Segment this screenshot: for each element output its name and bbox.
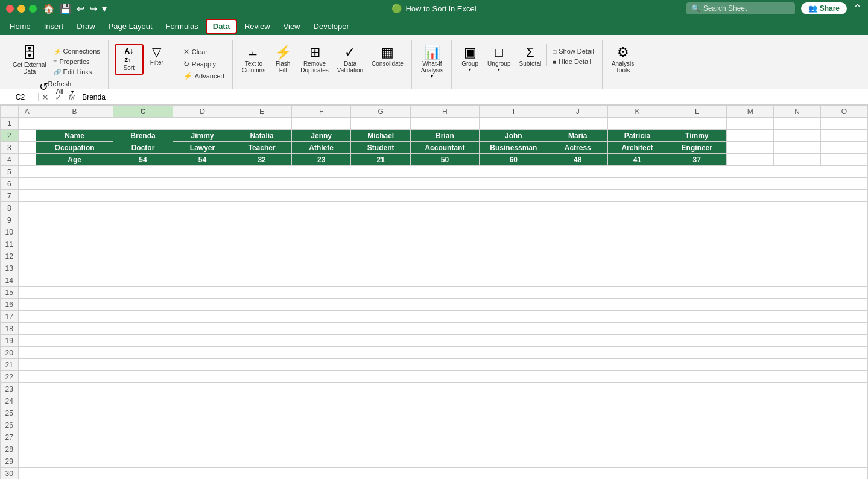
cell-e4[interactable]: 32 [232,154,292,166]
cell-f1[interactable] [291,118,350,130]
cell-i2[interactable]: John [479,130,548,142]
row-header-28[interactable]: 28 [1,443,19,455]
cell-a3[interactable] [18,142,36,154]
row-header-18[interactable]: 18 [1,323,19,335]
row-header-8[interactable]: 8 [1,202,19,214]
hide-detail-button[interactable]: ■ Hide Detail [550,57,597,66]
cell-l2[interactable]: Timmy [667,130,727,142]
cell-i3[interactable]: Businessman [479,142,548,154]
formula-cancel-button[interactable]: ✕ [39,92,52,102]
cell-h3[interactable]: Accountant [410,142,479,154]
col-header-c[interactable]: C [113,106,173,118]
menu-review[interactable]: Review [238,20,276,33]
col-header-o[interactable]: O [820,106,867,118]
cell-m4[interactable] [727,154,774,166]
row-header-13[interactable]: 13 [1,262,19,274]
cell-a4[interactable] [18,154,36,166]
cell-g3[interactable]: Student [351,142,411,154]
maximize-btn[interactable] [29,5,37,13]
cell-o1[interactable] [820,118,867,130]
cell-d3[interactable]: Lawyer [173,142,232,154]
redo-icon[interactable]: ↪ [88,2,98,16]
search-bar[interactable]: 🔍 Search Sheet [686,2,795,14]
cell-e1[interactable] [232,118,292,130]
minimize-btn[interactable] [17,5,25,13]
home-icon[interactable]: 🏠 [42,2,56,16]
row-header-7[interactable]: 7 [1,190,19,202]
cell-a2[interactable] [18,130,36,142]
row-header-4[interactable]: 4 [1,154,19,166]
col-header-j[interactable]: J [548,106,607,118]
row-header-20[interactable]: 20 [1,347,19,359]
cell-k1[interactable] [607,118,667,130]
col-header-b[interactable]: B [36,106,113,118]
cell-o4[interactable] [820,154,867,166]
row-header-15[interactable]: 15 [1,287,19,299]
cell-l4[interactable]: 37 [667,154,727,166]
cell-m3[interactable] [727,142,774,154]
cell-n2[interactable] [774,130,821,142]
cell-j4[interactable]: 48 [548,154,607,166]
filter-button[interactable]: ▽ Filter [145,44,169,68]
properties-button[interactable]: ≡ Properties [51,57,103,66]
sort-button[interactable]: A↓Z↑ Sort [117,46,141,72]
cell-i1[interactable] [479,118,548,130]
row-header-22[interactable]: 22 [1,371,19,383]
remove-duplicates-button[interactable]: ⊞ RemoveDuplicates [297,44,332,75]
cell-reference-box[interactable] [2,93,39,101]
analysis-tools-button[interactable]: ⚙ AnalysisTools [609,44,637,75]
cell-n4[interactable] [774,154,821,166]
col-header-m[interactable]: M [727,106,774,118]
menu-data[interactable]: Data [206,19,237,34]
row-header-10[interactable]: 10 [1,226,19,238]
cell-h1[interactable] [410,118,479,130]
cell-n1[interactable] [774,118,821,130]
cell-e2[interactable]: Natalia [232,130,292,142]
row-header-11[interactable]: 11 [1,238,19,250]
col-header-i[interactable]: I [479,106,548,118]
flash-fill-button[interactable]: ⚡ FlashFill [271,44,295,75]
cell-h2[interactable]: Brian [410,130,479,142]
row-header-29[interactable]: 29 [1,455,19,468]
cell-a1[interactable] [18,118,36,130]
cell-g4[interactable]: 21 [351,154,411,166]
cell-o2[interactable] [820,130,867,142]
subtotal-button[interactable]: Σ Subtotal [516,44,544,69]
cell-k2[interactable]: Patricia [607,130,667,142]
row-header-21[interactable]: 21 [1,359,19,371]
row-header-3[interactable]: 3 [1,142,19,154]
col-header-e[interactable]: E [232,106,292,118]
row-header-23[interactable]: 23 [1,383,19,395]
row-header-12[interactable]: 12 [1,250,19,262]
col-header-n[interactable]: N [774,106,821,118]
expand-icon[interactable]: ⌃ [853,2,862,15]
consolidate-button[interactable]: ▦ Consolidate [369,44,407,69]
cell-l1[interactable] [667,118,727,130]
cell-b4[interactable]: Age [36,154,113,166]
show-detail-button[interactable]: □ Show Detail [550,46,597,56]
row-header-16[interactable]: 16 [1,299,19,311]
menu-insert[interactable]: Insert [38,20,70,33]
cell-c3[interactable]: Doctor [113,142,173,154]
col-header-h[interactable]: H [410,106,479,118]
cell-j1[interactable] [548,118,607,130]
close-btn[interactable] [6,5,14,13]
clear-button[interactable]: ✕ Clear [180,46,227,57]
cell-d1[interactable] [173,118,232,130]
menu-developer[interactable]: Developer [308,20,355,33]
col-header-a[interactable]: A [18,106,36,118]
menu-draw[interactable]: Draw [71,20,101,33]
menu-page-layout[interactable]: Page Layout [103,20,159,33]
row-header-5[interactable]: 5 [1,166,19,178]
row-header-1[interactable]: 1 [1,118,19,130]
advanced-button[interactable]: ⚡ Advanced [180,71,227,81]
cell-f4[interactable]: 23 [291,154,350,166]
col-header-g[interactable]: G [351,106,411,118]
row-header-17[interactable]: 17 [1,311,19,323]
reapply-button[interactable]: ↻ Reapply [180,59,227,69]
cell-j3[interactable]: Actress [548,142,607,154]
row-header-30[interactable]: 30 [1,468,19,480]
get-external-data-button[interactable]: 🗄 Get ExternalData [10,44,49,77]
row-header-19[interactable]: 19 [1,335,19,347]
cell-g1[interactable] [351,118,411,130]
